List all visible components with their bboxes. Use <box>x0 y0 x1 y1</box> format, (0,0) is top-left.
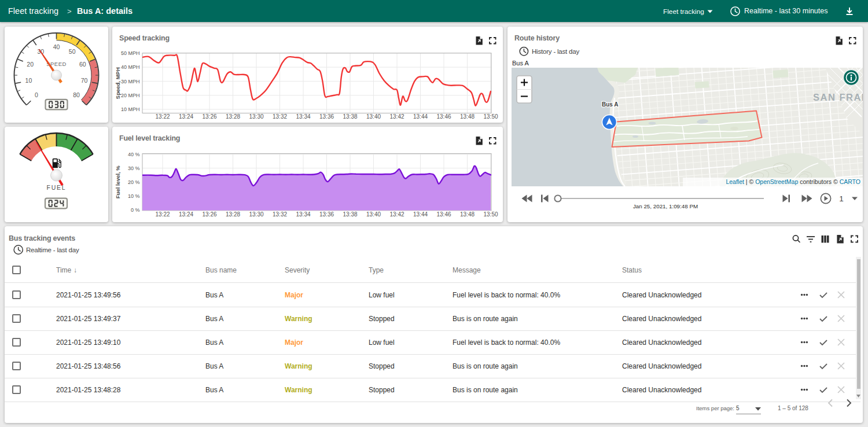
svg-text:10 MPH: 10 MPH <box>121 106 140 112</box>
svg-text:13:22: 13:22 <box>155 211 170 218</box>
svg-text:10 %: 10 % <box>128 193 140 199</box>
svg-text:13:22: 13:22 <box>155 113 170 120</box>
svg-text:13:50: 13:50 <box>483 211 498 218</box>
svg-text:13:40: 13:40 <box>366 113 381 120</box>
svg-text:Jan 25, 2021, 1:09:48 PM: Jan 25, 2021, 1:09:48 PM <box>633 203 698 209</box>
svg-text:60: 60 <box>79 61 86 68</box>
svg-text:13:34: 13:34 <box>296 113 310 120</box>
svg-text:Leaflet | © OpenStreetMap cont: Leaflet | © OpenStreetMap contributors ©… <box>726 178 860 185</box>
svg-text:20: 20 <box>27 61 34 68</box>
svg-text:40: 40 <box>53 43 60 50</box>
svg-text:13:28: 13:28 <box>226 211 240 218</box>
svg-text:40 MPH: 40 MPH <box>121 64 140 70</box>
svg-text:1: 1 <box>839 194 844 203</box>
svg-text:13:44: 13:44 <box>413 211 428 218</box>
svg-text:13:32: 13:32 <box>273 113 287 120</box>
svg-text:13:28: 13:28 <box>226 113 240 120</box>
svg-text:13:30: 13:30 <box>249 211 263 218</box>
svg-text:13:40: 13:40 <box>366 211 381 218</box>
svg-text:30 %: 30 % <box>128 165 140 171</box>
svg-text:Speed, MPH: Speed, MPH <box>115 67 121 99</box>
svg-text:13:36: 13:36 <box>319 113 334 120</box>
svg-text:13:32: 13:32 <box>273 211 287 218</box>
svg-text:13:50: 13:50 <box>483 113 498 120</box>
svg-text:13:46: 13:46 <box>436 211 451 218</box>
svg-text:SAN FRANCISCO: SAN FRANCISCO <box>813 92 863 102</box>
svg-text:50 MPH: 50 MPH <box>121 50 140 56</box>
svg-text:13:24: 13:24 <box>179 211 193 218</box>
svg-text:30 MPH: 30 MPH <box>121 79 140 84</box>
svg-text:13:38: 13:38 <box>343 211 357 218</box>
svg-text:Fuel level, %: Fuel level, % <box>115 165 121 199</box>
svg-text:13:38: 13:38 <box>343 113 357 120</box>
svg-text:80: 80 <box>73 91 80 98</box>
svg-text:50: 50 <box>69 48 76 55</box>
svg-text:20 MPH: 20 MPH <box>121 93 140 98</box>
svg-text:Bus A: Bus A <box>602 101 619 108</box>
svg-text:0 %: 0 % <box>131 207 140 213</box>
svg-text:13:36: 13:36 <box>319 211 334 218</box>
svg-text:13:48: 13:48 <box>460 113 475 120</box>
svg-text:13:48: 13:48 <box>460 211 475 218</box>
svg-text:10: 10 <box>25 77 32 84</box>
svg-text:13:26: 13:26 <box>202 211 216 218</box>
svg-text:13:46: 13:46 <box>436 113 451 120</box>
svg-text:13:26: 13:26 <box>202 113 216 120</box>
svg-text:40 %: 40 % <box>128 152 140 157</box>
svg-text:0: 0 <box>35 91 38 98</box>
svg-text:13:34: 13:34 <box>296 211 310 218</box>
svg-text:FUEL: FUEL <box>46 184 66 191</box>
svg-text:13:30: 13:30 <box>249 113 263 120</box>
svg-text:13:42: 13:42 <box>389 211 404 218</box>
svg-text:13:44: 13:44 <box>413 113 428 120</box>
svg-text:13:24: 13:24 <box>179 113 193 120</box>
svg-text:13:42: 13:42 <box>389 113 404 120</box>
svg-text:20 %: 20 % <box>128 179 140 185</box>
svg-text:70: 70 <box>81 77 88 84</box>
